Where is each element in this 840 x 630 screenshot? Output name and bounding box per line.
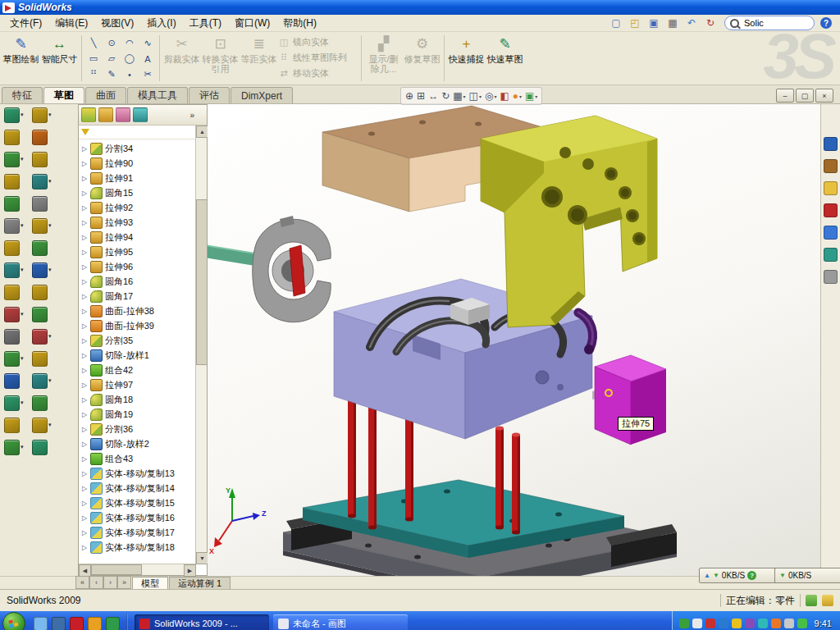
- menu-item[interactable]: 编辑(E): [48, 15, 94, 32]
- expand-arrow-icon[interactable]: ▷: [81, 352, 88, 359]
- network-speed-indicator[interactable]: ▼ 0KB/S: [774, 568, 840, 583]
- left-toolbar-icon[interactable]: ▾: [32, 262, 55, 277]
- show-desktop-icon[interactable]: [52, 617, 66, 630]
- view-orientation-icon[interactable]: ▦▾: [452, 90, 466, 102]
- last-tab-icon[interactable]: »: [117, 576, 131, 589]
- rebuild-icon[interactable]: ↻: [702, 16, 719, 31]
- expand-arrow-icon[interactable]: ▷: [81, 263, 88, 271]
- open-icon[interactable]: ◰: [627, 16, 643, 31]
- left-toolbar-icon[interactable]: ▾: [32, 174, 55, 189]
- propertymanager-tab-icon[interactable]: [98, 107, 113, 122]
- circle-icon[interactable]: ⊙: [103, 35, 121, 51]
- expand-arrow-icon[interactable]: ▷: [81, 514, 88, 522]
- flyout-caret-icon[interactable]: ▾: [48, 112, 52, 118]
- flyout-caret-icon[interactable]: ▾: [21, 399, 24, 406]
- expand-arrow-icon[interactable]: ▷: [81, 396, 88, 404]
- left-toolbar-icon[interactable]: ▾: [4, 307, 27, 322]
- pan-icon[interactable]: ↔: [427, 90, 439, 102]
- tree-item[interactable]: ▷曲面-拉伸39: [81, 318, 195, 333]
- save-icon[interactable]: ▣: [646, 16, 662, 31]
- tree-item[interactable]: ▷实体-移动/复制17: [81, 525, 195, 540]
- tree-item[interactable]: ▷拉伸90: [81, 156, 195, 171]
- expand-arrow-icon[interactable]: ▷: [81, 293, 88, 300]
- expand-arrow-icon[interactable]: ▷: [81, 234, 88, 241]
- tree-item[interactable]: ▷圆角16: [81, 274, 195, 289]
- flyout-caret-icon[interactable]: ▾: [21, 222, 24, 229]
- configurationmanager-tab-icon[interactable]: [116, 107, 130, 122]
- left-toolbar-icon[interactable]: [4, 196, 27, 211]
- tag-status-icon[interactable]: [822, 595, 833, 606]
- tree-item[interactable]: ▷实体-移动/复制15: [81, 495, 195, 510]
- tree-item[interactable]: ▷拉伸93: [81, 215, 195, 230]
- expand-arrow-icon[interactable]: ▷: [81, 426, 88, 433]
- tree-item[interactable]: ▷实体-移动/复制18: [81, 540, 195, 555]
- expand-arrow-icon[interactable]: ▷: [81, 529, 88, 536]
- left-toolbar-icon[interactable]: [4, 373, 27, 388]
- flyout-caret-icon[interactable]: ▾: [463, 94, 466, 99]
- design-library-icon[interactable]: [824, 159, 838, 173]
- download-tray-icon[interactable]: [771, 619, 781, 628]
- new-document-icon[interactable]: ▢: [608, 16, 624, 31]
- appearances-scenes-icon[interactable]: [824, 226, 838, 240]
- filter-icon[interactable]: [81, 129, 89, 135]
- expand-arrow-icon[interactable]: ▷: [81, 204, 88, 212]
- tab-评估[interactable]: 评估: [189, 87, 230, 103]
- expand-arrow-icon[interactable]: ▷: [81, 249, 88, 256]
- display-tray-icon[interactable]: [758, 619, 768, 628]
- scrollbar-thumb[interactable]: [196, 199, 208, 365]
- document-recovery-icon[interactable]: [824, 270, 838, 284]
- expand-arrow-icon[interactable]: ▷: [81, 160, 88, 167]
- sketch-button[interactable]: ✎草图绘制: [2, 33, 40, 84]
- rectangle-icon[interactable]: ▭: [84, 51, 103, 66]
- toolbox-icon[interactable]: [824, 203, 838, 217]
- tree-horizontal-scrollbar[interactable]: ◀ ▶: [79, 564, 196, 575]
- tab-DimXpert[interactable]: DimXpert: [231, 87, 293, 103]
- tree-item[interactable]: ▷圆角17: [81, 289, 195, 304]
- tree-item[interactable]: ▷切除-放样2: [81, 436, 195, 451]
- part-support-bracket[interactable]: [481, 116, 657, 327]
- flyout-caret-icon[interactable]: ▾: [48, 267, 52, 273]
- rapid-sketch-button[interactable]: ✎快速草图: [486, 33, 524, 84]
- tab-模具工具[interactable]: 模具工具: [127, 87, 188, 103]
- tree-item[interactable]: ▷拉伸97: [81, 377, 195, 392]
- left-toolbar-icon[interactable]: ▾: [32, 218, 55, 233]
- flyout-caret-icon[interactable]: ▾: [21, 355, 24, 362]
- next-tab-icon[interactable]: ›: [103, 576, 117, 589]
- zoom-area-icon[interactable]: ⊞: [416, 90, 426, 102]
- flyout-caret-icon[interactable]: ▾: [479, 94, 482, 99]
- custom-properties-icon[interactable]: [824, 248, 838, 262]
- network-speed-indicator[interactable]: ▲ ▼ 0KB/S ?: [699, 568, 779, 583]
- left-toolbar-icon[interactable]: [4, 285, 27, 299]
- prev-tab-icon[interactable]: ‹: [89, 576, 103, 589]
- part-side-block[interactable]: [595, 355, 666, 445]
- left-toolbar-icon[interactable]: ▾: [32, 373, 55, 388]
- expand-arrow-icon[interactable]: ▷: [81, 500, 88, 507]
- expand-arrow-icon[interactable]: ▷: [81, 485, 88, 492]
- left-toolbar-icon[interactable]: ▾: [4, 107, 27, 122]
- file-explorer-icon[interactable]: [824, 181, 838, 195]
- scrollbar-thumb[interactable]: [91, 564, 142, 575]
- search-input[interactable]: [742, 17, 795, 29]
- left-toolbar-icon[interactable]: [4, 418, 27, 432]
- quick-snaps-button[interactable]: +快速捕捉: [447, 33, 486, 84]
- freehand-icon[interactable]: ✎: [103, 66, 121, 82]
- input-method-tray-icon[interactable]: [745, 619, 755, 628]
- doc-tab-1[interactable]: 模型: [132, 577, 168, 589]
- update-tray-icon[interactable]: [692, 619, 702, 628]
- tree-item[interactable]: ▷组合42: [81, 363, 195, 377]
- sketch-text-icon[interactable]: A: [139, 51, 157, 66]
- tree-item[interactable]: ▷拉伸94: [81, 230, 195, 244]
- smart-dimension-button[interactable]: ↔智能尺寸: [40, 33, 79, 84]
- arc-icon[interactable]: ◠: [121, 35, 139, 51]
- parallelogram-icon[interactable]: ▱: [103, 51, 121, 66]
- tree-item[interactable]: ▷拉伸96: [81, 259, 195, 274]
- tree-item[interactable]: ▷圆角15: [81, 185, 195, 200]
- taskbar-task-button[interactable]: SolidWorks 2009 - ...: [135, 614, 269, 630]
- tree-item[interactable]: ▷实体-移动/复制13: [81, 466, 195, 481]
- tree-item[interactable]: ▷切除-放样1: [81, 348, 195, 363]
- section-view-icon[interactable]: ◧: [499, 90, 509, 102]
- expand-arrow-icon[interactable]: ▷: [81, 322, 88, 330]
- scroll-right-icon[interactable]: ▶: [184, 564, 196, 577]
- tree-item[interactable]: ▷圆角19: [81, 407, 195, 422]
- expand-arrow-icon[interactable]: ▷: [81, 455, 88, 463]
